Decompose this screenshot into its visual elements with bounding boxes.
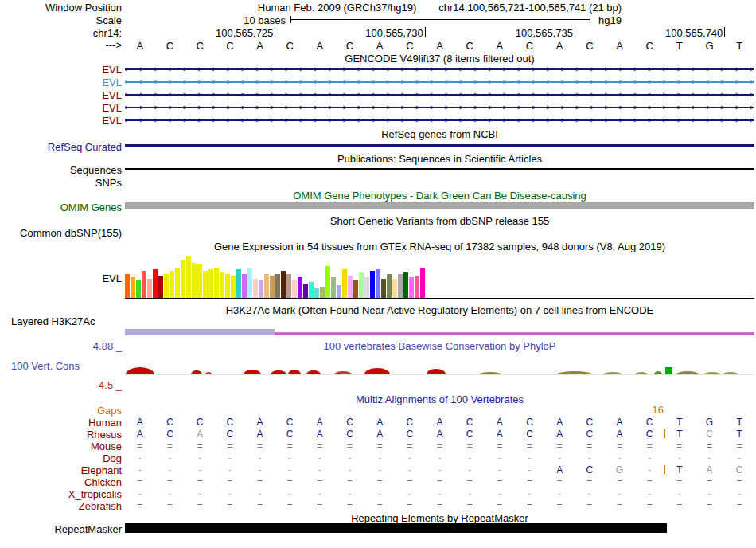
gtex-tissue-bar[interactable] xyxy=(387,274,392,298)
gtex-tissue-bar[interactable] xyxy=(253,279,258,298)
gene-label-evl[interactable]: EVL xyxy=(0,89,122,101)
h3k27ac-signal-segment[interactable] xyxy=(125,329,275,335)
coordinate-label: 100,565,730 xyxy=(336,27,423,39)
sequences-label[interactable]: Sequences xyxy=(0,164,122,176)
window-position-label: Window Position xyxy=(0,2,122,14)
alignment-base: = xyxy=(317,440,322,452)
gtex-tissue-bar[interactable] xyxy=(220,272,224,298)
repeatmasker-label[interactable]: RepeatMasker xyxy=(0,523,122,535)
conservation-track-label[interactable]: 100 Vert. Cons xyxy=(11,360,80,372)
alignment-base: - xyxy=(648,452,651,464)
species-label-dog[interactable]: Dog xyxy=(0,452,122,464)
gtex-tissue-bar[interactable] xyxy=(303,284,308,298)
alignment-base: = xyxy=(647,476,653,487)
gtex-tissue-bar[interactable] xyxy=(203,271,208,298)
gtex-tissue-bar[interactable] xyxy=(164,274,169,298)
gtex-tissue-bar[interactable] xyxy=(247,268,252,298)
gtex-tissue-bar[interactable] xyxy=(214,268,219,298)
alignment-base: - xyxy=(648,488,651,499)
gtex-tissue-bar[interactable] xyxy=(376,269,380,298)
gtex-tissue-bar[interactable] xyxy=(270,276,275,298)
gtex-tissue-bar[interactable] xyxy=(292,280,297,298)
gtex-tissue-bar[interactable] xyxy=(236,269,241,298)
repeat-element-bar[interactable] xyxy=(125,523,667,533)
reference-base: G xyxy=(705,40,713,52)
alignment-base: A xyxy=(436,429,442,440)
gtex-tissue-bar[interactable] xyxy=(147,279,152,298)
snps-label[interactable]: SNPs xyxy=(0,177,122,189)
gtex-tissue-bar[interactable] xyxy=(392,279,397,298)
alignment-base: = xyxy=(197,500,203,511)
gtex-tissue-bar[interactable] xyxy=(225,274,230,298)
gene-direction-arrows: >>>>>>>>>>>>>>>>>>>>>>>>>>>>>>>>>>>>>>>>… xyxy=(125,102,754,113)
gtex-gene-label[interactable]: EVL xyxy=(0,272,122,284)
gtex-tissue-bar[interactable] xyxy=(242,274,247,298)
gtex-tissue-bar[interactable] xyxy=(325,266,330,298)
gtex-tissue-bar[interactable] xyxy=(181,260,185,298)
gtex-tissue-bar[interactable] xyxy=(420,268,425,298)
gene-direction-arrows: >>>>>>>>>>>>>>>>>>>>>>>>>>>>>>>>>>>>>>>>… xyxy=(125,64,754,75)
alignment-base: - xyxy=(288,488,291,499)
omim-genes-label[interactable]: OMIM Genes xyxy=(0,202,122,213)
common-dbsnp-label[interactable]: Common dbSNP(155) xyxy=(0,227,122,239)
gtex-tissue-bar[interactable] xyxy=(415,276,419,298)
gene-label-evl[interactable]: EVL xyxy=(0,64,122,76)
refseq-gene-bar[interactable] xyxy=(125,144,754,147)
gtex-tissue-bar[interactable] xyxy=(275,274,280,298)
species-label-mouse[interactable]: Mouse xyxy=(0,440,122,452)
gtex-tissue-bar[interactable] xyxy=(359,272,364,298)
gtex-tissue-bar[interactable] xyxy=(309,282,314,298)
gtex-tissue-bar[interactable] xyxy=(175,268,180,298)
gtex-tissue-bar[interactable] xyxy=(170,271,174,298)
sequences-item-bar[interactable] xyxy=(125,168,754,170)
gtex-tissue-bar[interactable] xyxy=(337,285,341,298)
gtex-tissue-bar[interactable] xyxy=(153,269,158,298)
h3k27ac-signal-segment[interactable] xyxy=(275,333,754,335)
gtex-tissue-bar[interactable] xyxy=(281,271,286,298)
gtex-tissue-bar[interactable] xyxy=(192,263,197,298)
species-label-human[interactable]: Human xyxy=(0,417,122,429)
gtex-tissue-bar[interactable] xyxy=(364,277,369,298)
gtex-tissue-bar[interactable] xyxy=(197,264,202,298)
species-label-x_tropicalis[interactable]: X_tropicalis xyxy=(0,488,122,500)
alignment-base: = xyxy=(617,476,622,487)
species-label-chicken[interactable]: Chicken xyxy=(0,476,122,488)
alignment-base: - xyxy=(318,488,321,499)
gtex-tissue-bar[interactable] xyxy=(286,274,291,298)
gtex-tissue-bar[interactable] xyxy=(142,271,146,298)
gaps-label[interactable]: Gaps xyxy=(0,405,122,417)
gtex-tissue-bar[interactable] xyxy=(403,272,408,298)
gtex-tissue-bar[interactable] xyxy=(320,287,325,298)
gtex-tissue-bar[interactable] xyxy=(208,269,213,298)
gtex-tissue-bar[interactable] xyxy=(381,279,386,298)
gtex-tissue-bar[interactable] xyxy=(231,276,236,298)
gene-label-evl[interactable]: EVL xyxy=(0,115,122,127)
gene-label-evl[interactable]: EVL xyxy=(0,102,122,114)
alignment-base: C xyxy=(586,417,593,428)
layered-h3k27ac-label[interactable]: Layered H3K27Ac xyxy=(11,315,95,327)
gtex-tissue-bar[interactable] xyxy=(331,277,336,298)
gtex-tissue-bar[interactable] xyxy=(353,280,358,298)
gtex-tissue-bar[interactable] xyxy=(158,276,163,298)
gtex-tissue-bar[interactable] xyxy=(259,280,263,298)
omim-gene-bar[interactable] xyxy=(125,202,754,209)
refseq-curated-label[interactable]: RefSeq Curated xyxy=(0,141,122,153)
gtex-tissue-bar[interactable] xyxy=(409,277,414,298)
coordinate-tick xyxy=(575,27,575,37)
gene-label-evl[interactable]: EVL xyxy=(0,76,122,88)
gtex-tissue-bar[interactable] xyxy=(370,271,375,298)
gtex-tissue-bar[interactable] xyxy=(186,256,191,298)
gtex-tissue-bar[interactable] xyxy=(131,277,135,298)
species-label-elephant[interactable]: Elephant xyxy=(0,464,122,476)
gtex-tissue-bar[interactable] xyxy=(348,276,353,298)
gtex-tissue-bar[interactable] xyxy=(398,274,403,298)
species-label-zebrafish[interactable]: Zebrafish xyxy=(0,500,122,512)
gtex-tissue-bar[interactable] xyxy=(136,280,141,298)
gtex-tissue-bar[interactable] xyxy=(342,269,347,298)
gtex-tissue-bar[interactable] xyxy=(125,274,130,298)
species-label-rhesus[interactable]: Rhesus xyxy=(0,429,122,440)
alignment-base: = xyxy=(167,500,173,511)
gtex-tissue-bar[interactable] xyxy=(314,288,319,298)
gtex-tissue-bar[interactable] xyxy=(264,274,269,298)
gtex-tissue-bar[interactable] xyxy=(298,277,302,298)
